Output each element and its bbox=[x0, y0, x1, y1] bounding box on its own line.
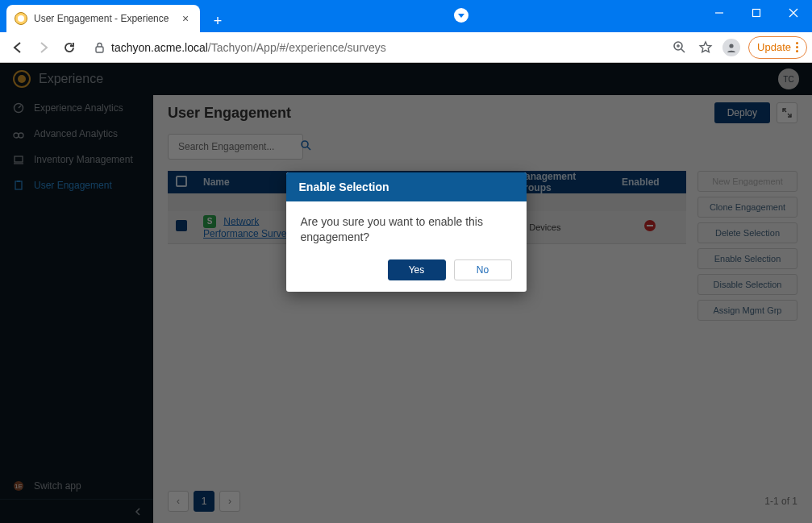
tab-close-icon[interactable]: × bbox=[179, 12, 192, 25]
zoom-icon[interactable] bbox=[671, 39, 689, 56]
window-minimize-button[interactable] bbox=[701, 0, 738, 26]
kebab-icon bbox=[796, 42, 798, 52]
modal-footer: Yes No bbox=[286, 253, 527, 292]
window-close-button[interactable] bbox=[775, 0, 812, 26]
svg-line-6 bbox=[681, 49, 685, 52]
extension-icon[interactable] bbox=[454, 8, 468, 23]
reload-button[interactable] bbox=[56, 35, 82, 60]
modal-overlay[interactable] bbox=[0, 63, 812, 523]
lock-icon bbox=[87, 42, 111, 53]
enable-selection-modal: Enable Selection Are you sure you want t… bbox=[286, 172, 527, 292]
favicon-icon bbox=[15, 12, 27, 25]
browser-window: User Engagement - Experience × + bbox=[0, 0, 812, 523]
forward-button[interactable] bbox=[31, 35, 56, 60]
window-titlebar: User Engagement - Experience × + bbox=[0, 0, 812, 32]
svg-point-9 bbox=[729, 44, 733, 48]
browser-toolbar: tachyon.acme.local/Tachyon/App/#/experie… bbox=[0, 32, 812, 63]
profile-avatar-icon[interactable] bbox=[722, 39, 740, 56]
toolbar-right: Update bbox=[671, 36, 807, 59]
modal-body: Are you sure you want to enable this eng… bbox=[286, 201, 527, 253]
tab-title: User Engagement - Experience bbox=[34, 13, 179, 24]
window-maximize-button[interactable] bbox=[738, 0, 775, 26]
modal-yes-button[interactable]: Yes bbox=[388, 259, 446, 280]
modal-no-button[interactable]: No bbox=[454, 259, 512, 280]
svg-rect-1 bbox=[753, 10, 760, 17]
app-frame: Experience TC Experience Analytics Advan… bbox=[0, 63, 812, 523]
address-bar[interactable]: tachyon.acme.local/Tachyon/App/#/experie… bbox=[87, 35, 660, 60]
window-controls bbox=[701, 0, 812, 26]
browser-tab[interactable]: User Engagement - Experience × bbox=[6, 5, 200, 32]
svg-rect-4 bbox=[96, 47, 103, 52]
modal-title: Enable Selection bbox=[286, 172, 527, 201]
url-host: tachyon.acme.local bbox=[111, 41, 208, 54]
back-button[interactable] bbox=[5, 35, 31, 60]
bookmark-star-icon[interactable] bbox=[697, 39, 714, 56]
tab-strip: User Engagement - Experience × + bbox=[0, 0, 229, 32]
url-path: /Tachyon/App/#/experience/surveys bbox=[208, 41, 386, 54]
update-label: Update bbox=[757, 41, 791, 53]
update-button[interactable]: Update bbox=[748, 36, 807, 59]
new-tab-button[interactable]: + bbox=[206, 10, 229, 32]
